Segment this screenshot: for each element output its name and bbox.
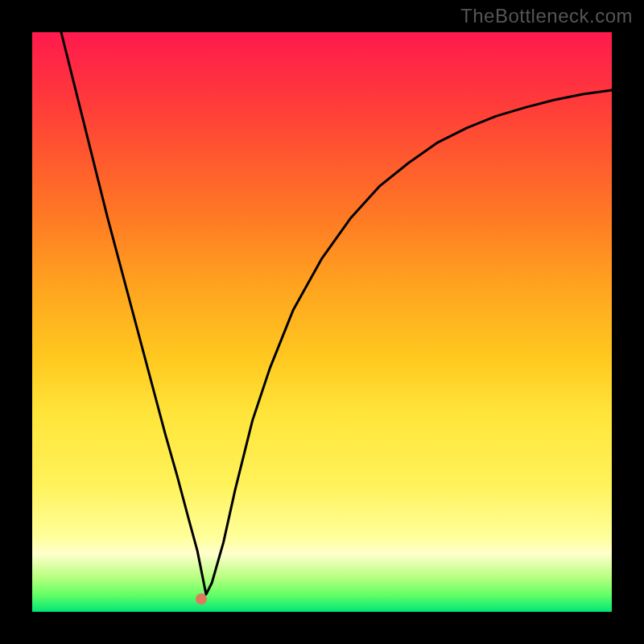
bottleneck-curve: [61, 32, 612, 594]
plot-area: [32, 32, 612, 612]
watermark-text: TheBottleneck.com: [460, 5, 633, 27]
curve-svg: [32, 32, 612, 612]
minimum-marker-dot: [196, 593, 207, 605]
chart-frame: TheBottleneck.com: [0, 0, 644, 644]
